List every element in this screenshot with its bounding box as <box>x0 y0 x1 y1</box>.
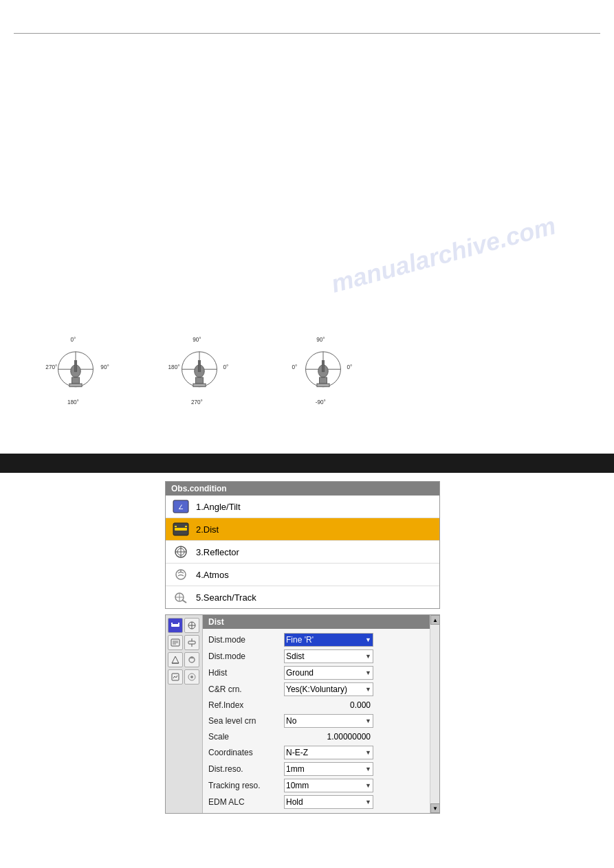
dist-mode-1-label: Dist.mode <box>208 635 284 645</box>
dist-side-icons <box>166 615 203 813</box>
dist-icon-1b <box>184 618 199 633</box>
svg-rect-50 <box>171 623 173 624</box>
scroll-up-button[interactable]: ▲ <box>430 615 440 625</box>
obs-menu-dist-label: 2.Dist <box>196 524 219 535</box>
dist-row-c-r-crn: C&R crn. Yes(K:Voluntary) ▼ <box>203 681 430 698</box>
atmos-icon <box>171 567 190 582</box>
edm-alc-arrow: ▼ <box>365 799 371 805</box>
dist-section: Dist Dist.mode Fine 'R' ▼ Dist.mode <box>165 614 440 814</box>
dist-row-edm-alc: EDM ALC Hold ▼ <box>203 794 430 810</box>
dist-icon-3b <box>184 652 199 667</box>
dist-icon-2b <box>184 635 199 650</box>
svg-rect-59 <box>188 641 195 644</box>
dist-icon-1a <box>168 618 183 633</box>
tracking-reso-select[interactable]: 10mm ▼ <box>284 779 373 792</box>
main-panel: Obs.condition ∠ 1.Angle/Tilt 2.Dist <box>165 481 440 814</box>
dist-reso-select[interactable]: 1mm ▼ <box>284 762 373 776</box>
dist-mode-1-select[interactable]: Fine 'R' ▼ <box>284 633 373 647</box>
dist-mode-1-value[interactable]: Fine 'R' ▼ <box>284 633 424 647</box>
scale-label: Scale <box>208 732 284 742</box>
svg-rect-32 <box>322 361 325 372</box>
svg-rect-9 <box>69 383 82 387</box>
svg-rect-51 <box>178 623 179 624</box>
svg-line-46 <box>182 600 186 603</box>
coordinates-arrow: ▼ <box>365 749 371 756</box>
dist-mode-2-select[interactable]: Sdist ▼ <box>284 649 373 663</box>
dist-reso-select-text: 1mm <box>286 764 305 774</box>
dist-content-header: Dist <box>203 615 430 629</box>
svg-rect-38 <box>185 526 187 527</box>
svg-text:180°: 180° <box>67 399 79 405</box>
svg-rect-19 <box>196 377 204 383</box>
svg-text:∠: ∠ <box>178 504 184 511</box>
dist-reso-arrow: ▼ <box>365 766 371 772</box>
dist-icon-3a <box>168 652 183 667</box>
hdist-select[interactable]: Ground ▼ <box>284 666 373 680</box>
tracking-reso-value[interactable]: 10mm ▼ <box>284 779 424 792</box>
coordinates-select[interactable]: N-E-Z ▼ <box>284 746 373 759</box>
obs-menu-dist[interactable]: 2.Dist <box>166 518 439 541</box>
svg-rect-31 <box>317 383 329 387</box>
svg-point-67 <box>190 676 193 678</box>
hdist-arrow: ▼ <box>365 669 371 676</box>
ref-index-label: Ref.Index <box>208 700 284 710</box>
dist-row-hdist: Hdist Ground ▼ <box>203 665 430 681</box>
svg-text:270°: 270° <box>45 364 57 370</box>
watermark: manualarchive.com <box>328 211 559 299</box>
obs-menu-angle-tilt-label: 1.Angle/Tilt <box>196 502 241 512</box>
dist-icon-4a <box>168 669 183 685</box>
dist-row-sea-level-crn: Sea level crn No ▼ <box>203 713 430 729</box>
obs-menu-atmos-label: 4.Atmos <box>196 570 229 580</box>
c-r-crn-arrow: ▼ <box>365 686 371 693</box>
dist-mode-2-arrow: ▼ <box>365 653 371 660</box>
dist-mode-2-value[interactable]: Sdist ▼ <box>284 649 424 663</box>
sea-level-crn-value[interactable]: No ▼ <box>284 714 424 728</box>
sea-level-crn-select[interactable]: No ▼ <box>284 714 373 728</box>
scale-number: 1.00000000 <box>284 732 373 742</box>
svg-text:90°: 90° <box>316 337 325 343</box>
compass-svg-3: 90° 0° -90° 0° <box>289 337 358 405</box>
dist-icon-4b <box>184 669 199 685</box>
obs-menu-search-track[interactable]: 5.Search/Track <box>166 586 439 608</box>
dist-row-dist-mode-2: Dist.mode Sdist ▼ <box>203 648 430 665</box>
c-r-crn-value[interactable]: Yes(K:Voluntary) ▼ <box>284 682 424 696</box>
svg-text:0°: 0° <box>223 364 229 370</box>
svg-rect-49 <box>171 624 179 627</box>
dist-row-tracking-reso: Tracking reso. 10mm ▼ <box>203 777 430 794</box>
edm-alc-select[interactable]: Hold ▼ <box>284 795 373 809</box>
sea-level-crn-label: Sea level crn <box>208 716 284 726</box>
compass-svg-1: 0° 90° 180° 270° <box>41 337 110 405</box>
dist-rows: Dist.mode Fine 'R' ▼ Dist.mode Sdist <box>203 629 430 813</box>
edm-alc-label: EDM ALC <box>208 797 284 807</box>
tracking-reso-select-text: 10mm <box>286 781 309 790</box>
obs-menu-search-track-label: 5.Search/Track <box>196 592 256 603</box>
dist-mode-1-arrow: ▼ <box>365 636 371 643</box>
coordinates-value[interactable]: N-E-Z ▼ <box>284 746 424 759</box>
svg-text:90°: 90° <box>100 364 109 370</box>
dist-reso-value[interactable]: 1mm ▼ <box>284 762 424 776</box>
obs-menu-angle-tilt[interactable]: ∠ 1.Angle/Tilt <box>166 496 439 518</box>
ref-index-number: 0.000 <box>284 700 373 710</box>
svg-rect-10 <box>74 361 77 372</box>
scroll-down-button[interactable]: ▼ <box>430 803 440 813</box>
obs-condition-box: Obs.condition ∠ 1.Angle/Tilt 2.Dist <box>165 481 440 609</box>
svg-text:180°: 180° <box>168 364 180 370</box>
side-icon-row-1 <box>168 618 200 633</box>
edm-alc-value[interactable]: Hold ▼ <box>284 795 424 809</box>
svg-text:-90°: -90° <box>316 399 326 405</box>
svg-rect-37 <box>175 526 177 527</box>
obs-menu-atmos[interactable]: 4.Atmos <box>166 564 439 586</box>
c-r-crn-select[interactable]: Yes(K:Voluntary) ▼ <box>284 682 373 696</box>
dist-icon <box>171 522 190 537</box>
svg-text:0°: 0° <box>347 364 353 370</box>
hdist-value[interactable]: Ground ▼ <box>284 666 424 680</box>
dist-icon-2a <box>168 635 183 650</box>
scrollbar[interactable]: ▲ ▼ <box>430 615 439 813</box>
svg-rect-30 <box>320 377 327 383</box>
ref-index-value: 0.000 <box>284 700 424 710</box>
obs-menu-reflector[interactable]: 3.Reflector <box>166 541 439 564</box>
compass-diagram-2: 90° 0° 270° 180° <box>165 337 234 419</box>
scale-value: 1.00000000 <box>284 732 424 742</box>
dist-row-scale: Scale 1.00000000 <box>203 729 430 744</box>
svg-rect-36 <box>175 528 187 531</box>
